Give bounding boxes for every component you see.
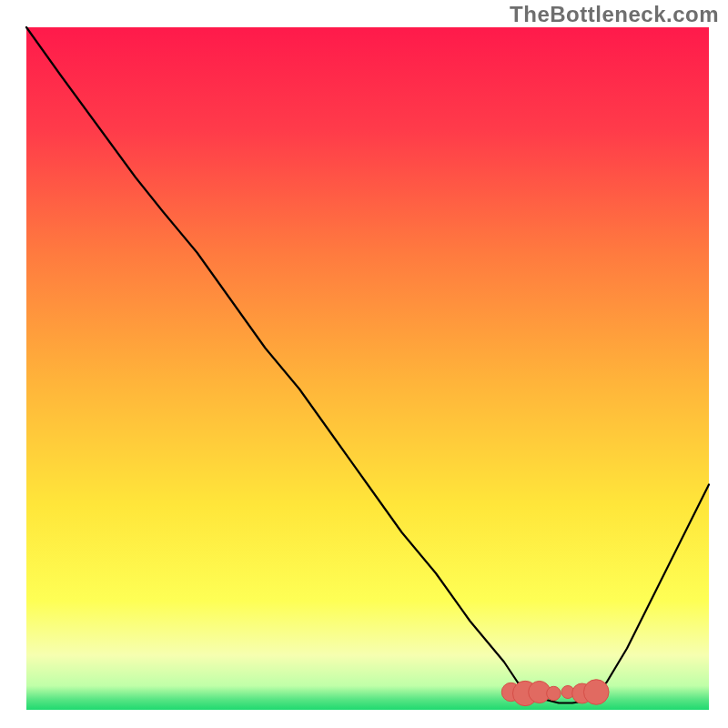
chart-svg bbox=[0, 0, 728, 728]
chart-stage: TheBottleneck.com bbox=[0, 0, 728, 728]
svg-point-3 bbox=[547, 686, 561, 700]
plot-background bbox=[26, 27, 709, 710]
svg-point-6 bbox=[583, 680, 609, 705]
